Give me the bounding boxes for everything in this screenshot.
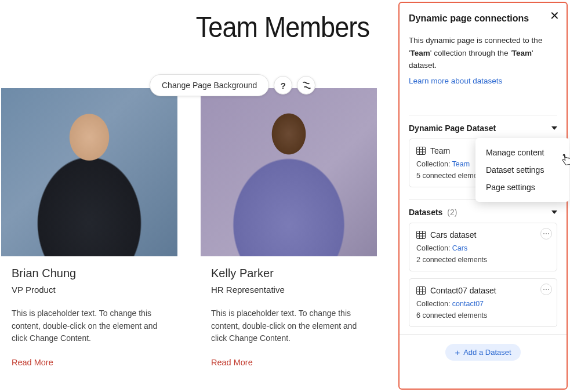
menu-dataset-settings[interactable]: Dataset settings	[475, 161, 569, 179]
card-body: Brian Chung VP Product This is placehold…	[1, 256, 177, 367]
collection-link[interactable]: contact07	[452, 300, 484, 308]
member-name[interactable]: Kelly Parker	[211, 267, 366, 280]
section-header[interactable]: Dynamic Page Dataset	[409, 124, 557, 139]
section-title-text: Datasets	[409, 208, 442, 217]
more-options-icon[interactable]: ⋯	[540, 284, 552, 295]
desc-dataset-name: Team	[512, 49, 532, 57]
add-dataset-section: + Add a Dataset	[400, 334, 567, 361]
connected-elements: 6 connected elements	[416, 311, 550, 320]
add-dataset-label: Add a Dataset	[463, 348, 511, 357]
add-dataset-button[interactable]: + Add a Dataset	[445, 344, 520, 361]
svg-rect-10	[417, 286, 426, 294]
panel-description: This dynamic page is connected to the 'T…	[409, 34, 557, 72]
member-desc[interactable]: This is placeholder text. To change this…	[12, 307, 167, 345]
section-title: Datasets (2)	[409, 208, 457, 217]
page-title[interactable]: Team Members	[39, 0, 395, 44]
collection-link[interactable]: Cars	[452, 244, 467, 252]
change-page-background-button[interactable]: Change Page Background	[150, 74, 269, 96]
more-options-icon[interactable]: ⋯	[540, 228, 552, 239]
desc-text: ' collection through the '	[430, 49, 512, 57]
learn-more-link[interactable]: Learn more about datasets	[409, 77, 502, 85]
team-card[interactable]: Brian Chung VP Product This is placehold…	[1, 88, 177, 367]
team-cards: Brian Chung VP Product This is placehold…	[0, 88, 377, 367]
table-icon	[416, 231, 426, 239]
member-photo[interactable]	[201, 88, 377, 256]
dataset-card-contact07[interactable]: ⋯ Contact07 dataset Collection: contact0…	[409, 278, 557, 327]
section-title: Dynamic Page Dataset	[409, 124, 496, 133]
connected-elements: 2 connected elements	[416, 256, 550, 264]
dataset-collection: Collection: contact07	[416, 300, 550, 308]
dataset-collection: Collection: Cars	[416, 244, 550, 252]
menu-manage-content[interactable]: Manage content	[475, 144, 569, 161]
collection-label: Collection:	[416, 300, 452, 308]
dataset-name: Contact07 dataset	[430, 286, 496, 295]
section-count: (2)	[447, 208, 457, 217]
member-photo[interactable]	[1, 88, 177, 256]
close-icon[interactable]: ✕	[550, 9, 560, 23]
table-icon	[416, 147, 426, 155]
desc-collection-name: Team	[411, 49, 430, 57]
dataset-name: Team	[430, 146, 450, 155]
collection-link[interactable]: Team	[452, 160, 470, 168]
read-more-link[interactable]: Read More	[211, 358, 366, 367]
editor-canvas: Team Members Change Page Background ? Br…	[0, 0, 395, 392]
member-role[interactable]: VP Product	[12, 285, 167, 295]
card-body: Kelly Parker HR Representative This is p…	[201, 256, 377, 367]
team-card[interactable]: Kelly Parker HR Representative This is p…	[201, 88, 377, 367]
svg-rect-0	[417, 147, 426, 154]
read-more-link[interactable]: Read More	[12, 358, 167, 367]
dataset-name: Cars dataset	[430, 230, 476, 239]
chevron-down-icon	[551, 126, 557, 130]
collection-label: Collection:	[416, 160, 452, 168]
datasets-section: Datasets (2) ⋯ Cars dataset Collection: …	[409, 199, 557, 327]
plus-icon: +	[455, 348, 460, 357]
element-toolbar: Change Page Background ?	[150, 74, 315, 96]
animation-icon[interactable]	[297, 76, 315, 95]
section-header[interactable]: Datasets (2)	[409, 208, 557, 223]
chevron-down-icon	[551, 210, 557, 214]
svg-rect-5	[417, 231, 426, 238]
member-name[interactable]: Brian Chung	[12, 267, 167, 280]
member-desc[interactable]: This is placeholder text. To change this…	[211, 307, 366, 345]
dataset-card-cars[interactable]: ⋯ Cars dataset Collection: Cars 2 connec…	[409, 223, 557, 271]
dataset-context-menu: Manage content Dataset settings Page set…	[475, 138, 569, 202]
panel-title: Dynamic page connections	[409, 13, 557, 24]
help-icon[interactable]: ?	[274, 76, 292, 95]
dynamic-page-connections-panel: ✕ Dynamic page connections This dynamic …	[398, 2, 568, 390]
member-role[interactable]: HR Representative	[211, 285, 366, 295]
menu-page-settings[interactable]: Page settings	[475, 179, 569, 196]
collection-label: Collection:	[416, 244, 452, 252]
table-icon	[416, 286, 426, 295]
